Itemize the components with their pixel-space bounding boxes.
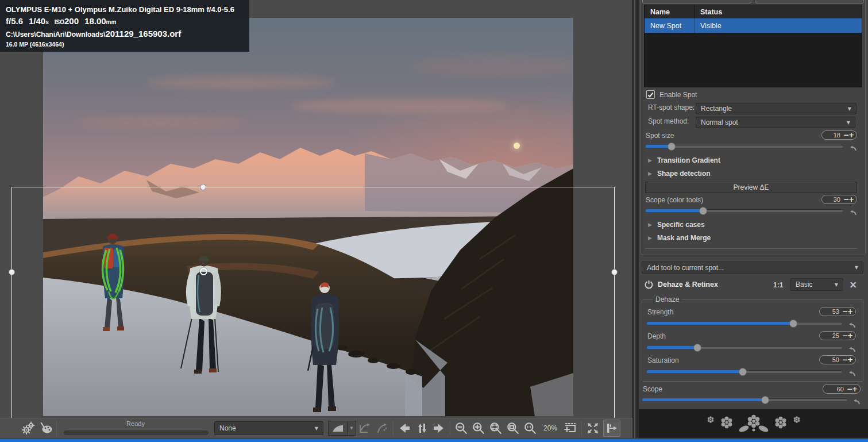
processing-parameters-icon[interactable]: [20, 420, 36, 436]
preview-deltae-button[interactable]: Preview ΔE: [645, 182, 857, 193]
spot-size-slider[interactable]: [646, 145, 843, 148]
zoom-100-icon[interactable]: 1:1: [522, 420, 538, 436]
next-image-button[interactable]: [431, 420, 447, 436]
processing-profile-select[interactable]: None ▼: [214, 421, 323, 435]
spot-row-selected[interactable]: New Spot Visible: [645, 18, 862, 33]
add-tool-select[interactable]: Add tool to current spot... ▼: [642, 262, 863, 274]
progress-bar: [64, 431, 209, 435]
scope-color-value-badge[interactable]: 30 − +: [821, 195, 857, 204]
expander-transition-gradient[interactable]: ▶ Transition Gradient: [648, 156, 720, 164]
scope-slider[interactable]: [642, 398, 847, 401]
scope-color-slider[interactable]: [646, 209, 843, 212]
decrement-button[interactable]: −: [842, 356, 847, 363]
reset-icon[interactable]: [848, 369, 856, 375]
section-divider: [645, 248, 857, 249]
fill-mode-dropdown[interactable]: ▼: [348, 421, 356, 436]
reset-icon[interactable]: [852, 397, 861, 403]
zoom-fit-crop-icon[interactable]: [505, 420, 521, 436]
previous-image-button[interactable]: [396, 420, 412, 436]
slider-thumb[interactable]: [761, 396, 769, 404]
image-up-down-button[interactable]: [414, 420, 430, 436]
decrement-button[interactable]: −: [843, 196, 848, 203]
saturation-value-badge[interactable]: 50 − +: [819, 355, 856, 364]
depth-label: Depth: [647, 332, 666, 340]
chevron-down-icon: ▼: [843, 106, 851, 112]
image-canvas[interactable]: OLYMPUS E-M10 + Olympus M.Zuiko Digital …: [0, 0, 632, 438]
toolbar-separator: [450, 421, 450, 436]
add-tool-placeholder: Add tool to current spot...: [647, 264, 724, 272]
increment-button[interactable]: +: [847, 332, 852, 339]
increment-button[interactable]: +: [848, 132, 854, 139]
bottom-toolbar: Ready None ▼ ▼: [0, 418, 632, 438]
shape-value: Rectangle: [701, 105, 732, 113]
strength-slider[interactable]: [647, 322, 842, 325]
save-image-button[interactable]: [3, 420, 19, 436]
spot-method-select[interactable]: Normal spot ▼: [696, 117, 855, 128]
color-management-icon[interactable]: [37, 420, 53, 436]
tool-name[interactable]: Dehaze & Retinex: [658, 280, 718, 289]
scope-color-value: 30: [825, 196, 843, 203]
slider-thumb[interactable]: [699, 207, 707, 215]
fullscreen-icon[interactable]: [585, 420, 601, 436]
expander-arrow-icon: ▶: [648, 157, 652, 163]
decrement-button[interactable]: −: [842, 308, 847, 315]
spot-rectangle-overlay[interactable]: [11, 187, 615, 418]
slider-thumb[interactable]: [739, 368, 747, 376]
spot-center-marker[interactable]: [200, 268, 207, 275]
decrement-button[interactable]: −: [842, 332, 847, 339]
zoom-fit-screen-icon[interactable]: [488, 420, 504, 436]
exif-exposure: f/5.61/40sISO20018.00mm: [6, 15, 242, 28]
close-tool-icon[interactable]: ×: [849, 279, 857, 290]
spot-shape-select[interactable]: Rectangle ▼: [696, 103, 857, 114]
depth-slider[interactable]: [647, 346, 842, 349]
spot-handle-left[interactable]: [9, 269, 15, 275]
expander-shape-detection[interactable]: ▶ Shape detection: [648, 170, 711, 178]
copy-profile-icon-disabled: [357, 420, 373, 436]
zoom-out-icon[interactable]: [453, 420, 469, 436]
delete-spot-button[interactable]: [755, 0, 864, 3]
increment-button[interactable]: +: [848, 196, 854, 203]
dehaze-retinex-header: Dehaze & Retinex 1:1 Basic ▼ ×: [639, 278, 868, 292]
saturation-slider[interactable]: [647, 370, 842, 373]
depth-value-badge[interactable]: 25 − +: [819, 331, 856, 340]
slider-fill: [647, 370, 743, 373]
strength-label: Strength: [647, 308, 673, 316]
decrement-button[interactable]: −: [843, 132, 848, 139]
decrement-button[interactable]: −: [847, 386, 852, 393]
dehaze-group: Dehaze Strength 53 − + Depth 25 − +: [642, 299, 863, 382]
increment-button[interactable]: +: [847, 308, 852, 315]
add-detail-window-icon[interactable]: [562, 420, 578, 436]
spot-list[interactable]: Name Status New Spot Visible: [644, 5, 862, 87]
zoom-in-icon[interactable]: [470, 420, 487, 436]
add-spot-button[interactable]: [642, 0, 751, 3]
expander-mask-merge[interactable]: ▶ Mask and Merge: [648, 234, 711, 242]
enable-spot-row[interactable]: Enable Spot: [646, 90, 697, 99]
spot-size-value-badge[interactable]: 18 − +: [821, 130, 857, 140]
spot-handle-right[interactable]: [611, 269, 618, 275]
reset-icon[interactable]: [848, 321, 856, 327]
increment-button[interactable]: +: [847, 356, 852, 363]
complexity-select[interactable]: Basic ▼: [790, 278, 843, 291]
scope-label: Scope: [643, 385, 662, 393]
scope-value-badge[interactable]: 60 − +: [823, 384, 861, 394]
panel-resize-handle[interactable]: [632, 0, 639, 438]
strength-value-badge[interactable]: 53 − +: [819, 307, 856, 316]
dehaze-legend: Dehaze: [653, 295, 682, 303]
slider-fill: [646, 209, 703, 212]
slider-thumb[interactable]: [789, 320, 797, 328]
enable-spot-checkbox[interactable]: [646, 90, 655, 99]
right-panel-toggle-button[interactable]: [603, 420, 620, 437]
slider-thumb[interactable]: [693, 344, 701, 352]
shape-row: RT-spot shape:: [648, 103, 695, 112]
expander-specific-cases[interactable]: ▶ Specific cases: [648, 221, 705, 229]
power-icon[interactable]: [645, 280, 653, 291]
reset-icon[interactable]: [848, 345, 856, 351]
status-area: Ready: [60, 420, 211, 437]
fill-mode-icon[interactable]: [328, 421, 348, 436]
increment-button[interactable]: +: [852, 386, 857, 393]
slider-thumb[interactable]: [668, 143, 676, 151]
reset-icon[interactable]: [849, 208, 857, 214]
profile-fill-mode-button[interactable]: ▼: [328, 421, 356, 436]
spot-handle-top[interactable]: [200, 184, 206, 190]
reset-icon[interactable]: [849, 144, 857, 150]
